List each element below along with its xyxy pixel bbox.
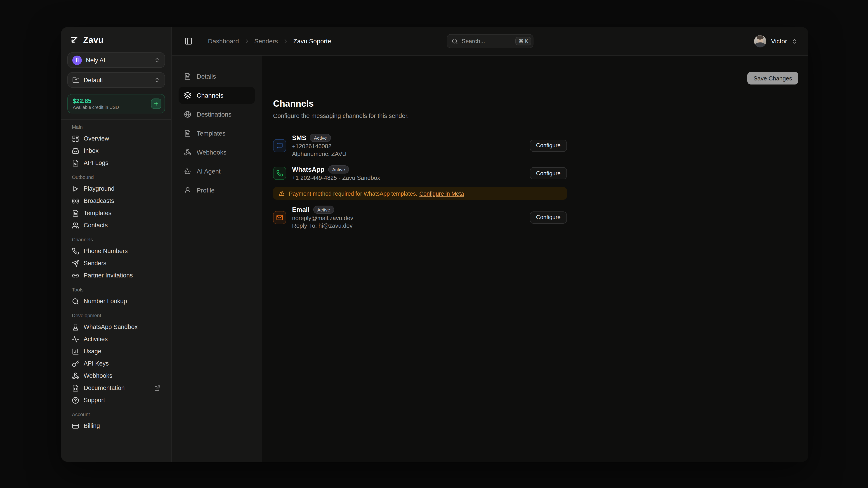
tab-details[interactable]: Details (179, 68, 255, 85)
radio-icon (72, 197, 79, 204)
sidebar-item-api-keys[interactable]: API Keys (68, 357, 164, 369)
zavu-logo-icon (69, 35, 79, 45)
configure-sms-button[interactable]: Configure (530, 139, 567, 152)
tab-ai-agent[interactable]: AI Agent (179, 163, 255, 180)
file-search-icon (72, 159, 79, 166)
page-subtitle: Configure the messaging channels for thi… (273, 111, 798, 121)
avatar (754, 35, 767, 47)
user-menu[interactable]: Victor (754, 35, 798, 47)
bar-chart-icon (72, 348, 79, 355)
sidebar-item-billing[interactable]: Billing (68, 420, 164, 432)
sidebar-item-playground[interactable]: Playground (68, 183, 164, 195)
save-changes-button[interactable]: Save Changes (747, 72, 798, 85)
chevrons-up-down-icon (792, 38, 798, 44)
sidebar-item-number-lookup[interactable]: Number Lookup (68, 295, 164, 307)
main-content: Save Changes Channels Configure the mess… (262, 56, 808, 462)
tab-templates[interactable]: Templates (179, 125, 255, 142)
credit-card-icon (72, 422, 79, 429)
file-text-icon (184, 73, 191, 80)
add-credit-button[interactable] (151, 98, 161, 109)
inbox-icon (72, 147, 79, 154)
breadcrumb-senders[interactable]: Senders (254, 37, 278, 45)
sidebar-section-tools: ToolsNumber Lookup (68, 286, 164, 307)
main-column: DashboardSendersZavu Soporte Search... ⌘… (172, 27, 808, 462)
layout-dashboard-icon (72, 135, 79, 142)
sidebar-item-api-logs[interactable]: API Logs (68, 157, 164, 169)
layers-icon (184, 92, 191, 99)
sidebar-toggle-button[interactable] (184, 37, 193, 45)
chevron-right-icon (282, 38, 289, 44)
configure-email-button[interactable]: Configure (530, 211, 567, 223)
webhook-icon (184, 149, 191, 156)
sidebar-item-phone-numbers[interactable]: Phone Numbers (68, 245, 164, 257)
search-input[interactable]: Search... ⌘ K (447, 34, 533, 48)
globe-icon (184, 111, 191, 118)
org-switcher-label: Nely AI (86, 57, 150, 64)
sidebar-item-broadcasts[interactable]: Broadcasts (68, 195, 164, 207)
file-code-icon (72, 384, 79, 392)
sidebar-item-senders[interactable]: Senders (68, 257, 164, 269)
channel-detail: Alphanumeric: ZAVU (292, 150, 524, 158)
channel-name: Email (292, 206, 309, 213)
chevrons-up-down-icon (154, 77, 160, 83)
status-badge: Active (310, 134, 331, 142)
section-label: Main (68, 123, 164, 131)
project-switcher[interactable]: Default (67, 72, 165, 88)
sidebar-item-webhooks[interactable]: Webhooks (68, 369, 164, 382)
credit-amount: $22.85 (73, 97, 151, 105)
payment-warning-banner: Payment method required for WhatsApp tem… (273, 187, 567, 200)
sidebar-item-whatsapp-sandbox[interactable]: WhatsApp Sandbox (68, 321, 164, 333)
org-switcher[interactable]: Nely AI (67, 53, 165, 68)
building-icon (72, 55, 82, 65)
brand: Zavu (67, 33, 165, 46)
breadcrumb: DashboardSendersZavu Soporte (208, 37, 331, 45)
status-badge: Active (313, 205, 334, 214)
help-circle-icon (72, 396, 79, 404)
chevrons-up-down-icon (154, 57, 160, 63)
users-icon (72, 222, 79, 229)
phone-icon (273, 167, 286, 180)
configure-in-meta-link[interactable]: Configure in Meta (419, 191, 464, 197)
channel-name: SMS (292, 134, 306, 141)
channel-detail: Reply-To: hi@zavu.dev (292, 222, 524, 230)
section-label: Development (68, 312, 164, 319)
play-icon (72, 185, 79, 192)
tab-profile[interactable]: Profile (179, 182, 255, 199)
triangle-alert-icon (278, 190, 285, 197)
sidebar-item-activities[interactable]: Activities (68, 333, 164, 345)
sidebar-item-contacts[interactable]: Contacts (68, 219, 164, 231)
sidebar-item-support[interactable]: Support (68, 394, 164, 406)
channel-row-sms: SMSActive+12026146082Alphanumeric: ZAVUC… (273, 133, 567, 158)
project-switcher-label: Default (84, 76, 150, 84)
search-icon (452, 38, 458, 44)
activity-icon (72, 335, 79, 343)
sidebar-item-documentation[interactable]: Documentation (68, 382, 164, 394)
folder-icon (72, 76, 80, 84)
app-window: Zavu Nely AI Default $22.85 Available cr… (61, 27, 808, 462)
external-link-icon (154, 385, 160, 391)
sidebar-item-templates[interactable]: Templates (68, 207, 164, 219)
tab-channels[interactable]: Channels (179, 87, 255, 104)
sidebar-section-outbound: OutboundPlaygroundBroadcastsTemplatesCon… (68, 173, 164, 231)
page-title: Channels (273, 97, 798, 110)
file-text-icon (72, 209, 79, 217)
flask-icon (72, 323, 79, 330)
search-shortcut: ⌘ K (516, 37, 531, 45)
link-icon (72, 272, 79, 279)
sidebar-item-usage[interactable]: Usage (68, 345, 164, 357)
sidebar-item-partner-invitations[interactable]: Partner Invitations (68, 269, 164, 282)
sidebar-item-inbox[interactable]: Inbox (68, 144, 164, 157)
tab-destinations[interactable]: Destinations (179, 106, 255, 123)
file-text-icon (184, 130, 191, 137)
breadcrumb-zavu-soporte: Zavu Soporte (293, 37, 331, 45)
webhook-icon (72, 372, 79, 379)
search-icon (72, 297, 79, 305)
breadcrumb-dashboard[interactable]: Dashboard (208, 37, 239, 45)
configure-whatsapp-button[interactable]: Configure (530, 167, 567, 180)
warning-text: Payment method required for WhatsApp tem… (289, 191, 417, 197)
tab-webhooks[interactable]: Webhooks (179, 144, 255, 161)
sidebar-item-overview[interactable]: Overview (68, 132, 164, 144)
section-label: Tools (68, 286, 164, 293)
status-badge: Active (328, 165, 349, 173)
chevron-right-icon (243, 38, 250, 44)
